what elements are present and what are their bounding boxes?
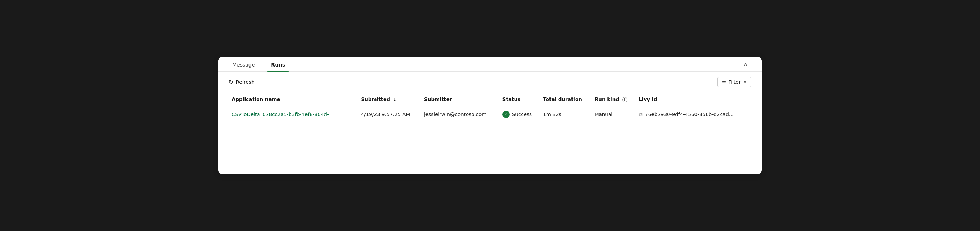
tabs-bar: Message Runs ∧ (218, 57, 762, 72)
table-header-row: Application name Submitted ↓ Submitter S… (229, 91, 751, 106)
tab-runs[interactable]: Runs (267, 57, 289, 71)
cell-submitter: jessieirwin@contoso.com (421, 106, 500, 123)
col-submitter: Submitter (421, 91, 500, 106)
app-name-link[interactable]: CSVToDelta_078cc2a5-b3fb-4ef8-804d- (232, 111, 329, 117)
cell-total-duration: 1m 32s (540, 106, 592, 123)
col-submitted: Submitted ↓ (358, 91, 422, 106)
run-kind-info-icon[interactable]: i (622, 97, 627, 102)
livy-id-value: 76eb2930-9df4-4560-856b-d2cad... (645, 111, 733, 117)
status-success-icon: ✓ (503, 111, 510, 118)
runs-table: Application name Submitted ↓ Submitter S… (229, 91, 751, 122)
col-livy-id: Livy Id (636, 91, 751, 106)
status-label: Success (512, 111, 532, 117)
col-total-duration: Total duration (540, 91, 592, 106)
refresh-icon: ↻ (229, 79, 234, 86)
chevron-down-icon: ∨ (744, 80, 746, 85)
filter-button[interactable]: ≡ Filter ∨ (717, 77, 751, 87)
col-status: Status (500, 91, 540, 106)
filter-icon: ≡ (722, 79, 726, 85)
cell-submitted: 4/19/23 9:57:25 AM (358, 106, 422, 123)
table-row: CSVToDelta_078cc2a5-b3fb-4ef8-804d- ··· … (229, 106, 751, 123)
col-run-kind: Run kind i (592, 91, 636, 106)
toolbar: ↻ Refresh ≡ Filter ∨ (218, 72, 762, 91)
app-name-ellipsis-button[interactable]: ··· (331, 111, 339, 118)
cell-app-name: CSVToDelta_078cc2a5-b3fb-4ef8-804d- ··· (229, 106, 358, 123)
copy-livy-id-icon[interactable]: ⧉ (639, 111, 643, 118)
tab-message[interactable]: Message (229, 57, 258, 71)
cell-run-kind: Manual (592, 106, 636, 123)
col-app-name: Application name (229, 91, 358, 106)
refresh-button[interactable]: ↻ Refresh (229, 79, 255, 86)
cell-status: ✓ Success (500, 106, 540, 123)
filter-label: Filter (729, 79, 741, 85)
main-card: Message Runs ∧ ↻ Refresh ≡ Filter ∨ Appl… (218, 57, 762, 174)
table-container: Application name Submitted ↓ Submitter S… (218, 91, 762, 130)
cell-livy-id: ⧉ 76eb2930-9df4-4560-856b-d2cad... (636, 106, 751, 123)
sort-submitted-icon[interactable]: ↓ (393, 98, 396, 102)
collapse-icon[interactable]: ∧ (740, 59, 751, 71)
refresh-label: Refresh (235, 79, 255, 85)
